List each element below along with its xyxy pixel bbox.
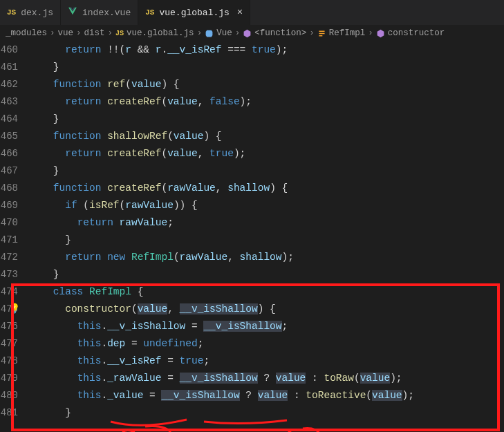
- chevron-right-icon: ›: [309, 28, 315, 38]
- chevron-right-icon: ›: [235, 28, 241, 38]
- chevron-right-icon: ›: [368, 28, 373, 38]
- tab-label: vue.global.js: [159, 8, 229, 18]
- breadcrumb-part[interactable]: constructor: [388, 28, 445, 38]
- js-icon: JS: [115, 30, 124, 37]
- breadcrumb-part[interactable]: RefImpl: [329, 28, 366, 38]
- breadcrumb-part[interactable]: dist: [84, 28, 105, 38]
- breadcrumb-part[interactable]: vue: [58, 28, 74, 38]
- js-icon: JS: [7, 8, 16, 17]
- tab-label: dex.js: [21, 8, 53, 18]
- close-icon[interactable]: ×: [237, 7, 243, 18]
- method-icon: [376, 29, 385, 38]
- variable-icon: [205, 29, 214, 38]
- breadcrumb-part[interactable]: _modules: [6, 28, 47, 38]
- breadcrumb[interactable]: _modules › vue › dist › JS vue.global.js…: [0, 25, 504, 41]
- editor-tabs: JS dex.js index.vue JS vue.global.js ×: [0, 0, 504, 25]
- js-icon: JS: [145, 8, 154, 17]
- chevron-right-icon: ›: [197, 28, 203, 38]
- tab-label: index.vue: [82, 8, 131, 18]
- lightbulb-icon[interactable]: 💡: [8, 303, 20, 314]
- tab-vue-global-js[interactable]: JS vue.global.js ×: [138, 0, 250, 25]
- breadcrumb-part[interactable]: vue.global.js: [127, 28, 194, 38]
- breadcrumb-part[interactable]: <function>: [254, 28, 306, 38]
- line-numbers: 4604614624634644654664674684694704714724…: [0, 41, 29, 432]
- code-content[interactable]: return !!(r && r.__v_isRef === true); } …: [29, 41, 504, 432]
- tab-index-vue[interactable]: index.vue: [61, 0, 138, 25]
- method-icon: [243, 29, 252, 38]
- code-editor[interactable]: 4604614624634644654664674684694704714724…: [0, 41, 504, 432]
- chevron-right-icon: ›: [108, 28, 113, 38]
- tab-dex-js[interactable]: JS dex.js: [0, 0, 61, 25]
- breadcrumb-part[interactable]: Vue: [216, 28, 232, 38]
- vue-icon: [68, 6, 77, 19]
- chevron-right-icon: ›: [50, 28, 55, 38]
- chevron-right-icon: ›: [76, 28, 82, 38]
- class-icon: [317, 29, 326, 38]
